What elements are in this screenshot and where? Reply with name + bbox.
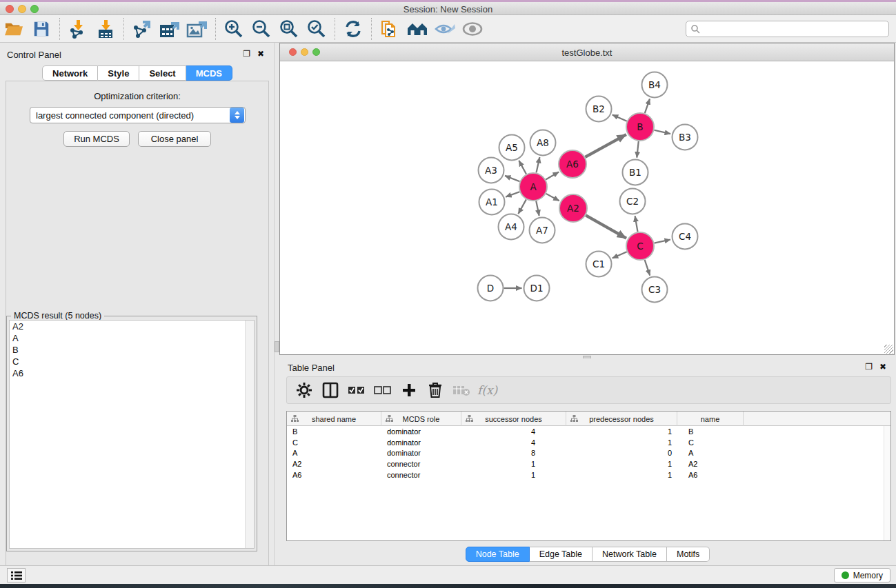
graph-edge-C-C3[interactable] bbox=[645, 260, 650, 276]
search-box[interactable] bbox=[686, 21, 889, 37]
graph-edge-B-B4[interactable] bbox=[645, 99, 650, 113]
table-cell[interactable]: C bbox=[287, 438, 381, 447]
zoom-out-icon[interactable] bbox=[250, 18, 273, 40]
graph-edge-A-A8[interactable] bbox=[536, 157, 539, 172]
table-row[interactable]: A2connector11A2 bbox=[287, 458, 890, 469]
tab-network[interactable]: Network bbox=[42, 65, 98, 81]
tab-node-table[interactable]: Node Table bbox=[466, 547, 530, 562]
zoom-selected-icon[interactable] bbox=[305, 18, 328, 40]
tab-edge-table[interactable]: Edge Table bbox=[530, 547, 593, 562]
export-image-icon[interactable] bbox=[186, 18, 209, 40]
resize-grip-icon[interactable] bbox=[884, 345, 893, 354]
node-table[interactable]: shared nameMCDS rolesuccessor nodesprede… bbox=[286, 411, 891, 541]
scrollbar-track[interactable] bbox=[245, 321, 254, 548]
table-cell[interactable]: C bbox=[677, 438, 744, 447]
zoom-fit-content-icon[interactable] bbox=[277, 18, 301, 40]
hide-selected-icon[interactable] bbox=[433, 18, 457, 40]
tab-motifs[interactable]: Motifs bbox=[667, 547, 710, 562]
first-neighbors-icon[interactable] bbox=[406, 18, 429, 40]
graph-edge-A-A5[interactable] bbox=[519, 161, 526, 174]
mcds-result-item[interactable]: C bbox=[10, 356, 254, 367]
mcds-result-list[interactable]: A2ABCA6 bbox=[9, 320, 255, 549]
column-header-mcds-role[interactable]: MCDS role bbox=[381, 412, 461, 426]
import-network-icon[interactable] bbox=[66, 18, 90, 40]
table-row[interactable]: Bdominator41B bbox=[287, 426, 890, 437]
copy-network-icon[interactable] bbox=[378, 18, 401, 40]
graph-edge-A-A1[interactable] bbox=[506, 192, 519, 196]
table-row[interactable]: Cdominator41C bbox=[287, 437, 890, 448]
graph-edge-A-A2[interactable] bbox=[546, 194, 559, 201]
table-scrollbar-track[interactable] bbox=[884, 426, 890, 540]
table-cell[interactable]: 8 bbox=[461, 449, 566, 457]
table-cell[interactable]: A2 bbox=[287, 460, 381, 468]
network-graph-canvas[interactable]: B4B2BB3A8A5A6A3B1AA1C2A2A4A7C4CC1C3DD1 bbox=[280, 61, 894, 354]
mcds-result-item[interactable]: A2 bbox=[10, 321, 254, 332]
search-input[interactable] bbox=[700, 24, 888, 34]
export-network-icon[interactable] bbox=[130, 18, 154, 40]
add-column-icon[interactable] bbox=[399, 380, 419, 401]
tab-mcds[interactable]: MCDS bbox=[186, 65, 232, 81]
table-cell[interactable]: 4 bbox=[461, 438, 566, 447]
memory-button[interactable]: Memory bbox=[834, 568, 890, 582]
table-row[interactable]: A6connector11A6 bbox=[287, 469, 890, 480]
mcds-result-item[interactable]: A6 bbox=[10, 367, 254, 379]
graph-edge-A-A3[interactable] bbox=[505, 176, 519, 181]
graph-edge-A2-C[interactable] bbox=[586, 215, 626, 238]
mcds-result-item[interactable]: A bbox=[10, 332, 254, 344]
graph-edge-A6-B[interactable] bbox=[585, 134, 626, 157]
deselect-all-icon[interactable] bbox=[372, 380, 393, 401]
graph-edge-A-A6[interactable] bbox=[546, 172, 559, 180]
close-table-panel-icon[interactable]: ✖ bbox=[879, 362, 886, 372]
save-session-icon[interactable] bbox=[30, 18, 53, 40]
tab-network-table[interactable]: Network Table bbox=[593, 547, 667, 562]
float-table-panel-icon[interactable]: ❐ bbox=[865, 362, 873, 372]
column-header-successor-nodes[interactable]: successor nodes bbox=[461, 412, 566, 426]
table-cell[interactable]: 1 bbox=[461, 471, 566, 479]
graph-edge-B-B3[interactable] bbox=[654, 130, 670, 134]
table-cell[interactable]: 1 bbox=[566, 438, 677, 447]
show-all-icon[interactable] bbox=[461, 18, 484, 40]
tab-select[interactable]: Select bbox=[139, 65, 186, 81]
table-cell[interactable]: dominator bbox=[381, 438, 461, 447]
table-cell[interactable]: dominator bbox=[381, 449, 461, 457]
column-header-predecessor-nodes[interactable]: predecessor nodes bbox=[566, 412, 677, 426]
table-cell[interactable]: 0 bbox=[566, 449, 677, 457]
table-cell[interactable]: 1 bbox=[566, 471, 677, 479]
table-cell[interactable]: A bbox=[287, 449, 381, 457]
table-cell[interactable]: B bbox=[677, 427, 744, 436]
table-cell[interactable]: A6 bbox=[287, 471, 381, 479]
select-all-icon[interactable] bbox=[346, 380, 367, 401]
optimization-criterion-dropdown[interactable]: largest connected component (directed) bbox=[30, 107, 246, 123]
table-cell[interactable]: connector bbox=[381, 471, 461, 479]
import-table-icon[interactable] bbox=[94, 18, 117, 40]
graph-edge-A-A7[interactable] bbox=[536, 201, 539, 216]
apply-preferred-layout-icon[interactable] bbox=[341, 18, 365, 40]
vertical-splitter-handle[interactable] bbox=[275, 341, 279, 352]
graph-edge-B-B1[interactable] bbox=[637, 141, 639, 158]
table-cell[interactable]: dominator bbox=[381, 427, 461, 436]
tab-style[interactable]: Style bbox=[98, 65, 139, 81]
table-cell[interactable]: 1 bbox=[566, 460, 677, 468]
graph-edge-B-B2[interactable] bbox=[613, 115, 627, 121]
table-cell[interactable]: A6 bbox=[677, 471, 744, 479]
graph-edge-C-C4[interactable] bbox=[655, 240, 670, 243]
table-cell[interactable]: connector bbox=[381, 460, 461, 468]
graph-edge-A-A4[interactable] bbox=[518, 199, 526, 214]
settings-gear-icon[interactable] bbox=[294, 380, 315, 401]
mcds-result-item[interactable]: B bbox=[10, 344, 254, 356]
table-cell[interactable]: A2 bbox=[677, 460, 744, 468]
open-session-icon[interactable] bbox=[2, 18, 26, 40]
run-mcds-button[interactable]: Run MCDS bbox=[63, 131, 130, 147]
graph-edge-C-C1[interactable] bbox=[613, 252, 627, 258]
table-cell[interactable]: 1 bbox=[461, 460, 566, 468]
table-cell[interactable]: 4 bbox=[461, 427, 566, 436]
column-header-shared-name[interactable]: shared name bbox=[287, 412, 381, 426]
close-panel-icon[interactable]: ✖ bbox=[257, 49, 264, 59]
float-panel-icon[interactable]: ❐ bbox=[243, 49, 250, 59]
table-cell[interactable]: B bbox=[287, 427, 381, 436]
table-cell[interactable]: A bbox=[677, 449, 744, 457]
show-hide-columns-icon[interactable] bbox=[320, 380, 341, 401]
zoom-in-icon[interactable] bbox=[222, 18, 246, 40]
close-panel-button[interactable]: Close panel bbox=[138, 131, 211, 147]
column-header-name[interactable]: name bbox=[677, 412, 744, 426]
